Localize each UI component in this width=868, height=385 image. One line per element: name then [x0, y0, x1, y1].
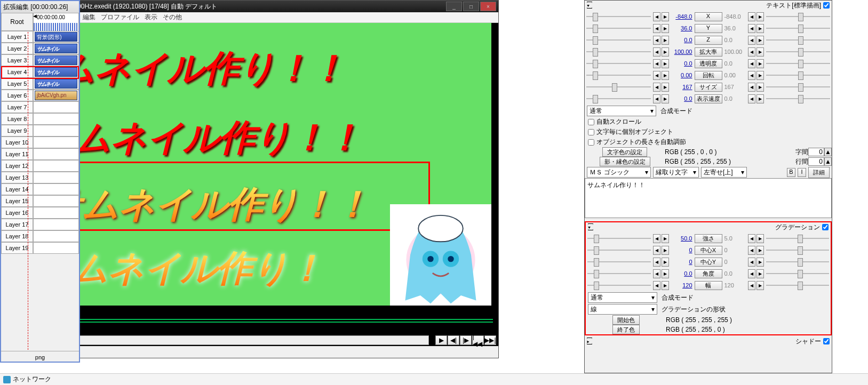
layer-track[interactable] [33, 219, 79, 230]
start-color-button[interactable]: 開始色 [612, 315, 640, 325]
param-label-button[interactable]: 回転 [695, 71, 722, 80]
stepper-right-inc[interactable]: ▶ [756, 269, 764, 278]
stepper-right-inc[interactable]: ▶ [756, 36, 764, 45]
line-spacing-spinner[interactable]: ▲▼ [824, 157, 832, 166]
stepper-left-inc[interactable]: ▶ [662, 234, 669, 243]
layer-label[interactable]: Layer 19 [1, 242, 33, 254]
param-label-button[interactable]: 幅 [695, 281, 722, 290]
stepper-right-inc[interactable]: ▶ [756, 94, 764, 103]
stepper-right-inc[interactable]: ▶ [756, 258, 764, 267]
layer-label[interactable]: Layer 17 [1, 219, 33, 230]
layer-label[interactable]: Layer 15 [1, 195, 33, 207]
layer-label[interactable]: Layer 6 [1, 90, 33, 101]
auto-length-checkbox[interactable]: オブジェクトの長さを自動調節 [585, 137, 832, 147]
layer-track[interactable]: 背景(図形) [33, 31, 79, 43]
param-value-left[interactable]: 36.0 [670, 25, 694, 31]
layer-label[interactable]: Layer 10 [1, 137, 33, 148]
selection-box[interactable] [25, 162, 430, 231]
timeline-object[interactable]: サムネイル [35, 55, 77, 65]
param-slider-left[interactable] [587, 280, 651, 290]
param-slider-right[interactable] [766, 59, 831, 68]
menu-profile[interactable]: プロファイル [101, 13, 139, 22]
layer-track[interactable] [33, 230, 79, 242]
menu-view[interactable]: 表示 [145, 13, 157, 22]
collapse-icon[interactable]: ▾ ꙱ [587, 2, 591, 9]
grad-shape-dropdown[interactable]: 線▾ [588, 304, 657, 315]
stepper-left-dec[interactable]: ◀ [653, 24, 660, 33]
param-slider-left[interactable] [586, 47, 651, 57]
param-slider-left[interactable] [586, 70, 651, 80]
stepper-left-dec[interactable]: ◀ [653, 269, 660, 278]
stepper-left-inc[interactable]: ▶ [662, 59, 669, 68]
param-label-button[interactable]: サイズ [695, 83, 722, 92]
param-value-left[interactable]: 0.0 [670, 95, 694, 102]
layer-track[interactable]: サムネイル [33, 78, 79, 90]
param-label-button[interactable]: 透明度 [695, 59, 722, 68]
param-value-right[interactable]: 0.00 [723, 72, 747, 78]
stepper-right-dec[interactable]: ◀ [748, 36, 755, 45]
network-icon[interactable] [3, 376, 11, 383]
param-value-right[interactable]: -848.0 [723, 13, 747, 20]
stepper-right-dec[interactable]: ◀ [748, 47, 755, 57]
stepper-left-inc[interactable]: ▶ [662, 12, 669, 21]
param-label-button[interactable]: 中心Y [695, 258, 722, 267]
param-value-right[interactable]: 0.0 [723, 95, 747, 102]
root-track[interactable]: 00:00:00.00 ◀ [33, 13, 79, 31]
align-dropdown[interactable]: 左寄せ[上]▾ [701, 167, 747, 178]
grad-blend-dropdown[interactable]: 通常▾ [588, 292, 657, 303]
layer-label[interactable]: Layer 5 [1, 78, 33, 90]
param-value-left[interactable]: 50.0 [670, 235, 694, 242]
param-value-left[interactable]: 100.00 [670, 49, 694, 55]
italic-button[interactable]: I [798, 168, 806, 177]
param-value-left[interactable]: 0.0 [670, 270, 694, 277]
stepper-right-dec[interactable]: ◀ [748, 59, 755, 68]
stepper-left-inc[interactable]: ▶ [662, 36, 669, 45]
param-value-left[interactable]: 0 [670, 247, 694, 253]
bold-button[interactable]: B [787, 168, 795, 177]
play-button[interactable]: ▶ [435, 335, 447, 345]
stepper-right-inc[interactable]: ▶ [756, 234, 764, 243]
layer-label[interactable]: Layer 7 [1, 101, 33, 113]
menu-other[interactable]: その他 [163, 13, 182, 22]
skip-end-button[interactable]: ▶▶| [484, 335, 496, 345]
layer-track[interactable] [33, 160, 79, 172]
layer-track[interactable] [33, 207, 79, 219]
stepper-right-dec[interactable]: ◀ [748, 234, 755, 243]
stepper-left-dec[interactable]: ◀ [653, 36, 660, 45]
prev-frame-button[interactable]: ◀| [448, 335, 459, 345]
shadow-collapse-icon[interactable]: ▸ ꙱ [587, 338, 591, 345]
layer-track[interactable] [33, 113, 79, 125]
stepper-right-inc[interactable]: ▶ [756, 59, 764, 68]
layer-label[interactable]: Layer 18 [1, 230, 33, 242]
param-value-right[interactable]: 0.0 [723, 60, 747, 67]
layer-label[interactable]: Layer 12 [1, 160, 33, 172]
auto-scroll-checkbox[interactable]: 自動スクロール [585, 117, 832, 127]
stepper-right-inc[interactable]: ▶ [756, 83, 764, 92]
layer-label[interactable]: Layer 16 [1, 207, 33, 219]
layer-track[interactable]: jbAiCVgh.pn [33, 90, 79, 101]
end-color-button[interactable]: 終了色 [612, 325, 640, 334]
stepper-left-dec[interactable]: ◀ [653, 12, 660, 21]
param-slider-right[interactable] [766, 35, 831, 45]
gradation-collapse-icon[interactable]: ▾ ꙱ [588, 223, 592, 231]
param-slider-left[interactable] [586, 23, 651, 33]
param-value-left[interactable]: 120 [670, 282, 694, 288]
stepper-left-dec[interactable]: ◀ [653, 234, 660, 243]
layer-track[interactable] [33, 137, 79, 148]
stepper-left-dec[interactable]: ◀ [653, 281, 660, 290]
param-slider-left[interactable] [586, 12, 651, 21]
stepper-right-dec[interactable]: ◀ [748, 12, 755, 21]
param-label-button[interactable]: 拡大率 [695, 47, 722, 57]
param-label-button[interactable]: 中心X [695, 246, 722, 255]
stepper-left-dec[interactable]: ◀ [653, 71, 660, 80]
detail-button[interactable]: 詳細 [808, 167, 830, 178]
param-slider-right[interactable] [766, 12, 831, 21]
param-label-button[interactable]: Z [695, 36, 722, 45]
param-value-right[interactable]: 100.00 [723, 49, 747, 55]
layer-track[interactable] [33, 195, 79, 207]
font-dropdown[interactable]: ＭＳ ゴシック▾ [587, 167, 651, 178]
stepper-right-dec[interactable]: ◀ [748, 258, 755, 267]
layer-track[interactable]: サムネイル [33, 43, 79, 54]
param-label-button[interactable]: X [695, 12, 722, 21]
param-value-left[interactable]: 167 [670, 84, 694, 90]
